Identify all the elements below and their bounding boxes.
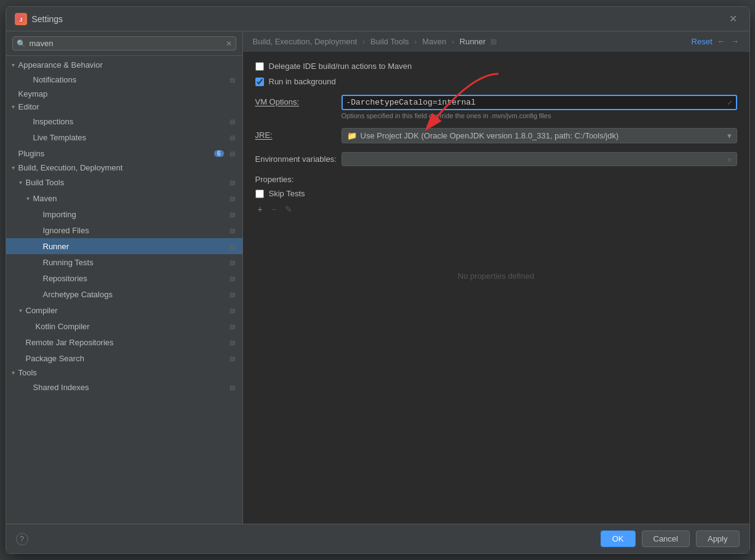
search-input[interactable]: [30, 39, 226, 48]
sidebar-item-label: Running Tests: [43, 258, 226, 267]
sidebar-item-label: Inspections: [33, 117, 226, 126]
properties-label: Properties:: [255, 175, 737, 184]
sidebar-item-notifications[interactable]: Notifications ▤: [6, 71, 242, 87]
sidebar-item-plugins[interactable]: Plugins 6 ▤: [6, 145, 242, 161]
forward-button[interactable]: →: [731, 36, 740, 46]
jre-row: JRE: 📁 Use Project JDK (Oracle OpenJDK v…: [255, 128, 737, 143]
vm-options-hint: Options specified in this field override…: [342, 112, 737, 119]
sidebar-item-kotlin-compiler[interactable]: Kotlin Compiler ▤: [6, 318, 242, 334]
breadcrumb-menu-icon[interactable]: ▤: [490, 38, 497, 46]
sidebar-item-label: Remote Jar Repositories: [26, 338, 226, 347]
apply-button[interactable]: Apply: [696, 530, 740, 547]
add-property-button[interactable]: +: [255, 203, 265, 215]
settings-icon: ▤: [226, 208, 239, 220]
sidebar-item-build-tools[interactable]: ▾ Build Tools ▤: [6, 174, 242, 190]
jre-value: Use Project JDK (Oracle OpenJDK version …: [361, 131, 619, 140]
arrow-icon: ▾: [9, 103, 18, 110]
settings-icon: ▤: [226, 304, 239, 316]
ok-button[interactable]: OK: [601, 530, 636, 547]
sidebar-item-runner[interactable]: Runner ▤: [6, 238, 242, 254]
delegate-label[interactable]: Delegate IDE build/run actions to Maven: [269, 62, 412, 71]
sidebar-item-label: Build Tools: [26, 178, 226, 187]
plugins-badge: 6: [214, 150, 224, 157]
arrow-icon: ▾: [9, 164, 18, 171]
skip-tests-label[interactable]: Skip Tests: [269, 189, 305, 198]
main-panel: Build, Execution, Deployment › Build Too…: [243, 31, 749, 524]
sidebar-item-editor[interactable]: ▾ Editor: [6, 100, 242, 113]
sidebar-item-appearance[interactable]: ▾ Appearance & Behavior: [6, 58, 242, 71]
back-button[interactable]: ←: [717, 36, 726, 46]
sidebar-item-importing[interactable]: Importing ▤: [6, 206, 242, 222]
breadcrumb-bar: Build, Execution, Deployment › Build Too…: [243, 31, 749, 52]
settings-icon: ▤: [226, 176, 239, 188]
dropdown-arrow-icon: ▾: [727, 131, 732, 140]
app-icon: J: [15, 13, 27, 25]
expand-icon[interactable]: ⤢: [727, 99, 732, 106]
jdk-icon: 📁: [347, 131, 357, 140]
help-button[interactable]: ?: [16, 533, 28, 545]
settings-icon: ▤: [226, 352, 239, 364]
vm-options-control: ⤢ Options specified in this field overri…: [342, 95, 737, 119]
remove-property-button[interactable]: −: [269, 203, 279, 215]
sidebar-item-repositories[interactable]: Repositories ▤: [6, 270, 242, 286]
run-bg-label[interactable]: Run in background: [269, 77, 336, 86]
reset-button[interactable]: Reset: [692, 37, 713, 46]
settings-icon: ▤: [226, 115, 239, 127]
cancel-button[interactable]: Cancel: [642, 530, 690, 547]
settings-icon: ▤: [226, 272, 239, 284]
breadcrumb-part-2: Build Tools: [370, 37, 409, 46]
sidebar-item-archetype-catalogs[interactable]: Archetype Catalogs ▤: [6, 286, 242, 302]
properties-section: Properties: Skip Tests + − ✎ No prop: [255, 175, 737, 331]
delegate-checkbox[interactable]: [255, 62, 264, 71]
jre-label: JRE:: [255, 128, 342, 140]
sidebar-item-label: Keymap: [18, 89, 242, 98]
arrow-icon: ▾: [16, 179, 26, 186]
arrow-icon: ▾: [23, 195, 33, 202]
sidebar-item-shared-indexes[interactable]: Shared Indexes ▤: [6, 379, 242, 395]
skip-tests-checkbox[interactable]: [255, 190, 264, 198]
settings-icon: ▤: [226, 256, 239, 268]
sidebar-item-label: Maven: [33, 194, 226, 203]
env-vars-label: Environment variables:: [255, 152, 342, 164]
sidebar: 🔍 ✕ ▾ Appearance & Behavior Notification…: [6, 31, 243, 524]
sidebar-item-label: Archetype Catalogs: [43, 290, 226, 299]
svg-text:J: J: [19, 17, 22, 23]
sidebar-item-package-search[interactable]: Package Search ▤: [6, 350, 242, 366]
sidebar-item-keymap[interactable]: Keymap: [6, 87, 242, 100]
search-clear-button[interactable]: ✕: [226, 39, 232, 48]
edit-property-button[interactable]: ✎: [282, 203, 295, 215]
sidebar-item-tools[interactable]: ▾ Tools: [6, 366, 242, 379]
sidebar-item-inspections[interactable]: Inspections ▤: [6, 113, 242, 129]
arrow-icon: ▾: [9, 62, 18, 68]
sidebar-item-live-templates[interactable]: Live Templates ▤: [6, 129, 242, 145]
env-vars-control: ≡: [342, 152, 737, 166]
bottom-bar: ? OK Cancel Apply: [6, 524, 749, 553]
jre-select[interactable]: 📁 Use Project JDK (Oracle OpenJDK versio…: [342, 128, 737, 143]
sidebar-item-running-tests[interactable]: Running Tests ▤: [6, 254, 242, 270]
sidebar-item-compiler[interactable]: ▾ Compiler ▤: [6, 302, 242, 318]
breadcrumb-current: Runner: [460, 37, 486, 46]
sidebar-item-label: Plugins: [18, 149, 214, 158]
sidebar-item-build-execution[interactable]: ▾ Build, Execution, Deployment: [6, 161, 242, 174]
sidebar-item-ignored-files[interactable]: Ignored Files ▤: [6, 222, 242, 238]
close-button[interactable]: ✕: [725, 12, 741, 26]
sidebar-tree: ▾ Appearance & Behavior Notifications ▤ …: [6, 56, 242, 524]
sidebar-item-maven[interactable]: ▾ Maven ▤: [6, 190, 242, 206]
breadcrumb-actions: Reset ← →: [692, 36, 740, 46]
vm-options-input[interactable]: [346, 98, 725, 107]
sidebar-item-remote-jar[interactable]: Remote Jar Repositories ▤: [6, 334, 242, 350]
title-bar: J Settings ✕: [6, 7, 749, 31]
no-properties-text: No properties defined: [458, 271, 534, 281]
breadcrumb-sep: ›: [452, 37, 454, 46]
env-browse-icon[interactable]: ≡: [727, 156, 731, 163]
properties-empty-state: No properties defined: [255, 220, 737, 331]
settings-icon: ▤: [226, 73, 239, 86]
settings-icon: ▤: [226, 147, 239, 159]
settings-icon: ▤: [226, 320, 239, 332]
run-bg-checkbox[interactable]: [255, 78, 264, 86]
settings-icon: ▤: [226, 192, 239, 204]
form-area: Delegate IDE build/run actions to Maven …: [243, 52, 749, 524]
env-vars-input[interactable]: [347, 154, 728, 164]
sidebar-item-label: Repositories: [43, 274, 226, 283]
sidebar-item-label: Shared Indexes: [33, 383, 226, 392]
